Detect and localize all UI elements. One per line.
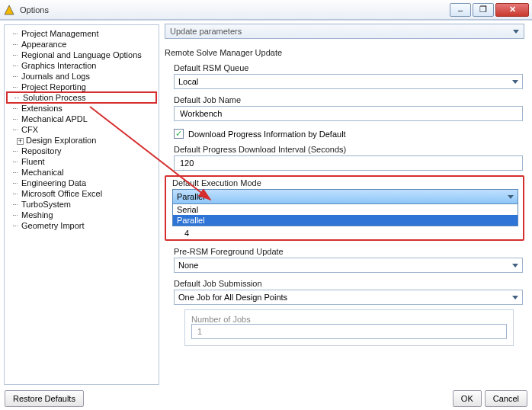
tree-item[interactable]: Appearance bbox=[6, 39, 157, 50]
exec-mode-label: Default Execution Mode bbox=[172, 178, 520, 187]
tree-item[interactable]: Geometry Import bbox=[6, 220, 157, 231]
svg-marker-0 bbox=[5, 5, 14, 14]
window-title: Options bbox=[20, 5, 450, 14]
download-progress-label: Download Progress Information by Default bbox=[188, 130, 346, 139]
tree-item[interactable]: Project Reporting bbox=[6, 82, 157, 92]
options-content: Update parameters Remote Solve Manager U… bbox=[162, 21, 532, 387]
progress-interval-field[interactable] bbox=[178, 158, 518, 168]
job-submission-label: Default Job Submission bbox=[174, 279, 524, 288]
num-jobs-field[interactable] bbox=[196, 326, 502, 337]
pre-rsm-value: None bbox=[178, 261, 198, 270]
close-button[interactable]: ✕ bbox=[495, 3, 529, 17]
exec-mode-highlight: Default Execution Mode Parallel Serial P… bbox=[165, 175, 524, 241]
check-icon: ✓ bbox=[175, 129, 182, 139]
minimize-icon: – bbox=[458, 5, 463, 14]
chevron-down-icon bbox=[513, 30, 519, 34]
job-name-label: Default Job Name bbox=[174, 95, 524, 104]
download-progress-checkbox[interactable]: ✓ bbox=[174, 129, 184, 139]
chevron-down-icon bbox=[508, 195, 514, 199]
tree-item-label: Design Exploration bbox=[26, 136, 96, 145]
num-jobs-label: Number of Jobs bbox=[191, 315, 507, 324]
tree-item[interactable]: CFX bbox=[6, 124, 157, 135]
tree-item[interactable]: TurboSystem bbox=[6, 199, 157, 210]
tree-item[interactable]: Fluent bbox=[6, 156, 157, 167]
tree-item[interactable]: Regional and Language Options bbox=[6, 50, 157, 60]
tree-item[interactable]: Mechanical APDL bbox=[6, 114, 157, 124]
chevron-down-icon bbox=[512, 80, 518, 84]
tree-item[interactable]: +Design Exploration bbox=[6, 135, 157, 146]
job-submission-combo[interactable]: One Job for All Design Points bbox=[174, 290, 523, 305]
cancel-button[interactable]: Cancel bbox=[485, 390, 527, 407]
tree-item[interactable]: Extensions bbox=[6, 103, 157, 114]
exec-mode-option-parallel[interactable]: Parallel bbox=[173, 215, 518, 226]
tree-item[interactable]: Microsoft Office Excel bbox=[6, 188, 157, 199]
section-title: Remote Solve Manager Update bbox=[165, 48, 524, 57]
exec-mode-value: Parallel bbox=[177, 192, 205, 201]
minimize-button[interactable]: – bbox=[450, 3, 471, 17]
maximize-button[interactable]: ❐ bbox=[473, 3, 494, 17]
top-action-combo[interactable]: Update parameters bbox=[165, 24, 524, 39]
tree-item[interactable]: Meshing bbox=[6, 210, 157, 220]
tree-item[interactable]: Journals and Logs bbox=[6, 71, 157, 82]
dialog-footer: Restore Defaults OK Cancel bbox=[0, 387, 532, 410]
pre-rsm-combo[interactable]: None bbox=[174, 258, 523, 273]
rsm-queue-value: Local bbox=[178, 77, 198, 86]
rsm-queue-combo[interactable]: Local bbox=[174, 74, 523, 89]
progress-interval-label: Default Progress Download Interval (Seco… bbox=[174, 145, 524, 154]
options-tree: Project ManagementAppearanceRegional and… bbox=[4, 24, 159, 385]
tree-item[interactable]: Project Management bbox=[6, 28, 157, 39]
expand-icon[interactable]: + bbox=[17, 138, 24, 145]
progress-interval-input[interactable] bbox=[174, 155, 523, 171]
num-jobs-input[interactable] bbox=[191, 324, 507, 339]
tree-item[interactable]: Graphics Interaction bbox=[6, 60, 157, 71]
ok-button[interactable]: OK bbox=[453, 390, 482, 407]
tree-item[interactable]: Mechanical bbox=[6, 167, 157, 178]
chevron-down-icon bbox=[512, 264, 518, 267]
pre-rsm-label: Pre-RSM Foreground Update bbox=[174, 247, 524, 256]
exec-mode-dropdown: Serial Parallel bbox=[172, 204, 518, 226]
tree-item[interactable]: Repository bbox=[6, 146, 157, 156]
num-jobs-box: Number of Jobs bbox=[184, 309, 514, 346]
exec-mode-option-serial[interactable]: Serial bbox=[173, 204, 518, 215]
restore-defaults-button[interactable]: Restore Defaults bbox=[5, 390, 84, 407]
tree-item[interactable]: Solution Process bbox=[6, 91, 157, 104]
titlebar: Options – ❐ ✕ bbox=[0, 0, 532, 20]
close-icon: ✕ bbox=[509, 5, 516, 14]
job-submission-value: One Job for All Design Points bbox=[178, 293, 287, 302]
maximize-icon: ❐ bbox=[479, 5, 487, 14]
top-action-value: Update parameters bbox=[170, 27, 242, 36]
app-icon bbox=[3, 4, 15, 16]
exec-mode-combo[interactable]: Parallel bbox=[172, 189, 518, 204]
tree-item[interactable]: Engineering Data bbox=[6, 178, 157, 188]
job-name-input[interactable] bbox=[174, 106, 523, 121]
rsm-queue-label: Default RSM Queue bbox=[174, 63, 524, 72]
exec-mode-num: 4 bbox=[184, 229, 520, 238]
chevron-down-icon bbox=[512, 296, 518, 299]
job-name-field[interactable] bbox=[178, 108, 518, 119]
